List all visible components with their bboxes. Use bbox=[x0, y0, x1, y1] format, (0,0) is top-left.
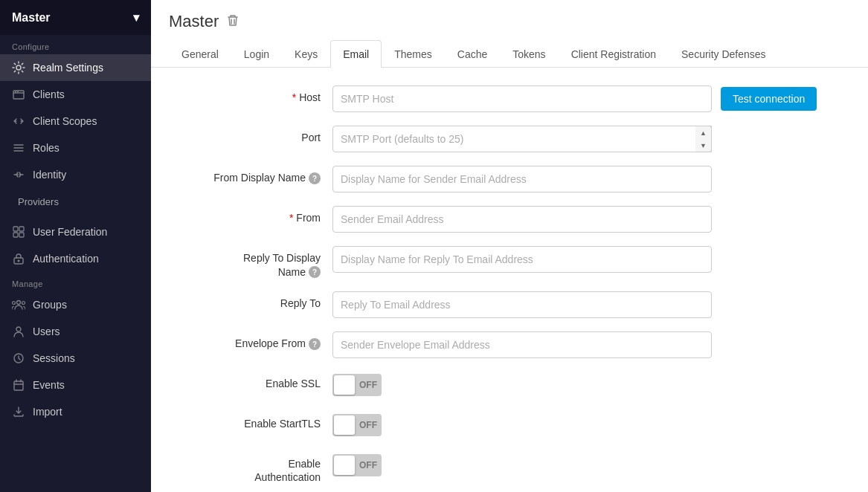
identity-icon bbox=[12, 168, 25, 181]
sidebar-item-label: Client Scopes bbox=[33, 115, 97, 127]
sidebar-item-user-federation[interactable]: User Federation bbox=[0, 219, 151, 245]
tab-client-registration[interactable]: Client Registration bbox=[559, 40, 669, 68]
reply-to-display-name-row: Reply To Display Name ? bbox=[169, 246, 850, 278]
sidebar-item-label: Events bbox=[33, 379, 65, 391]
enable-ssl-row: Enable SSL OFF bbox=[169, 372, 850, 398]
tab-general[interactable]: General bbox=[169, 40, 231, 68]
ssl-toggle-thumb bbox=[334, 375, 355, 395]
sidebar-item-label: Users bbox=[33, 326, 60, 337]
tab-email[interactable]: Email bbox=[330, 40, 382, 68]
sidebar: Master ▾ Configure Realm Settings Client… bbox=[0, 0, 151, 492]
port-decrement-button[interactable]: ▼ bbox=[695, 139, 711, 152]
sidebar-item-groups[interactable]: Groups bbox=[0, 291, 151, 318]
envelope-from-help-icon[interactable]: ? bbox=[309, 338, 321, 350]
enable-starttls-label: Enable StartTLS bbox=[169, 412, 332, 430]
sidebar-item-clients[interactable]: Clients bbox=[0, 81, 151, 108]
tab-themes[interactable]: Themes bbox=[382, 40, 445, 68]
reply-to-display-name-help-icon[interactable]: ? bbox=[309, 266, 321, 278]
sidebar-item-label: Providers bbox=[18, 196, 59, 207]
tab-security-defenses[interactable]: Security Defenses bbox=[669, 40, 779, 68]
tab-login[interactable]: Login bbox=[231, 40, 282, 68]
client-scopes-icon bbox=[12, 114, 25, 128]
enable-starttls-row: Enable StartTLS OFF bbox=[169, 412, 850, 438]
page-title: Master bbox=[169, 12, 219, 31]
port-spinner: ▲ ▼ bbox=[695, 126, 712, 152]
reply-to-input[interactable] bbox=[332, 291, 712, 318]
starttls-toggle-label: OFF bbox=[359, 420, 377, 430]
sidebar-item-label: Groups bbox=[33, 299, 67, 311]
sidebar-item-client-scopes[interactable]: Client Scopes bbox=[0, 108, 151, 135]
sidebar-item-events[interactable]: Events bbox=[0, 372, 151, 398]
realm-settings-icon bbox=[12, 61, 25, 74]
enable-ssl-toggle[interactable]: OFF bbox=[332, 372, 382, 398]
starttls-toggle-track[interactable]: OFF bbox=[332, 414, 382, 436]
sidebar-item-sessions[interactable]: Sessions bbox=[0, 345, 151, 372]
sidebar-item-import[interactable]: Import bbox=[0, 398, 151, 425]
main-content: Master General Login Keys Email Themes C… bbox=[151, 0, 868, 492]
envelope-from-label: Envelope From ? bbox=[169, 331, 332, 350]
tab-keys[interactable]: Keys bbox=[282, 40, 330, 68]
enable-starttls-toggle[interactable]: OFF bbox=[332, 412, 382, 438]
reply-to-display-name-input[interactable] bbox=[332, 246, 712, 273]
host-input[interactable] bbox=[332, 85, 712, 112]
sidebar-item-providers[interactable]: Providers bbox=[12, 190, 139, 214]
svg-rect-5 bbox=[19, 227, 24, 231]
sidebar-item-label: User Federation bbox=[33, 226, 107, 238]
svg-point-13 bbox=[16, 327, 21, 331]
roles-icon bbox=[12, 141, 25, 155]
auth-toggle-track[interactable]: OFF bbox=[332, 454, 382, 476]
configure-section-label: Configure bbox=[0, 35, 151, 54]
sidebar-item-label: Identity bbox=[33, 169, 66, 181]
port-input[interactable] bbox=[332, 126, 712, 152]
tab-tokens[interactable]: Tokens bbox=[500, 40, 558, 68]
manage-section-label: Manage bbox=[0, 272, 151, 291]
enable-authentication-label: Enable Authentication bbox=[169, 452, 332, 483]
from-display-name-row: From Display Name ? bbox=[169, 166, 850, 192]
sidebar-item-roles[interactable]: Roles bbox=[0, 135, 151, 161]
svg-point-12 bbox=[22, 302, 25, 305]
groups-icon bbox=[12, 298, 25, 311]
sidebar-item-label: Import bbox=[33, 406, 62, 418]
reply-to-display-name-label: Reply To Display Name ? bbox=[169, 246, 332, 278]
sidebar-item-label: Clients bbox=[33, 88, 65, 100]
sidebar-realm-title: Master bbox=[12, 11, 51, 25]
import-icon bbox=[12, 405, 25, 418]
svg-rect-4 bbox=[13, 227, 18, 231]
from-display-name-input[interactable] bbox=[332, 166, 712, 192]
svg-rect-7 bbox=[19, 233, 24, 237]
host-row: * Host Test connection bbox=[169, 85, 850, 112]
sidebar-header[interactable]: Master ▾ bbox=[0, 0, 151, 35]
users-icon bbox=[12, 325, 25, 338]
sidebar-item-label: Roles bbox=[33, 142, 60, 154]
ssl-toggle-track[interactable]: OFF bbox=[332, 374, 382, 396]
sidebar-item-identity[interactable]: Identity bbox=[0, 161, 151, 188]
starttls-toggle-thumb bbox=[334, 415, 355, 435]
from-display-name-label: From Display Name ? bbox=[169, 166, 332, 184]
sidebar-item-label: Sessions bbox=[33, 352, 75, 364]
from-row: * From bbox=[169, 206, 850, 233]
auth-toggle-label: OFF bbox=[359, 460, 377, 470]
test-connection-button[interactable]: Test connection bbox=[721, 87, 817, 111]
enable-authentication-row: Enable Authentication OFF bbox=[169, 452, 850, 483]
ssl-toggle-label: OFF bbox=[359, 380, 377, 390]
auth-toggle-thumb bbox=[334, 456, 355, 475]
sidebar-chevron-icon: ▾ bbox=[133, 10, 139, 25]
enable-authentication-toggle[interactable]: OFF bbox=[332, 452, 382, 479]
port-input-wrap: ▲ ▼ bbox=[332, 126, 712, 152]
envelope-from-input[interactable] bbox=[332, 331, 712, 358]
from-input[interactable] bbox=[332, 206, 712, 233]
port-increment-button[interactable]: ▲ bbox=[695, 126, 711, 139]
host-label: * Host bbox=[169, 85, 332, 103]
from-display-name-help-icon[interactable]: ? bbox=[309, 172, 321, 184]
authentication-icon bbox=[12, 252, 25, 265]
user-federation-icon bbox=[12, 225, 25, 239]
sidebar-item-users[interactable]: Users bbox=[0, 318, 151, 345]
sidebar-item-realm-settings[interactable]: Realm Settings bbox=[0, 54, 151, 81]
sidebar-item-authentication[interactable]: Authentication bbox=[0, 245, 151, 272]
tab-cache[interactable]: Cache bbox=[445, 40, 500, 68]
reply-to-label: Reply To bbox=[169, 291, 332, 309]
sessions-icon bbox=[12, 352, 25, 365]
svg-point-3 bbox=[17, 91, 19, 93]
delete-realm-button[interactable] bbox=[226, 13, 239, 30]
from-label: * From bbox=[169, 206, 332, 224]
